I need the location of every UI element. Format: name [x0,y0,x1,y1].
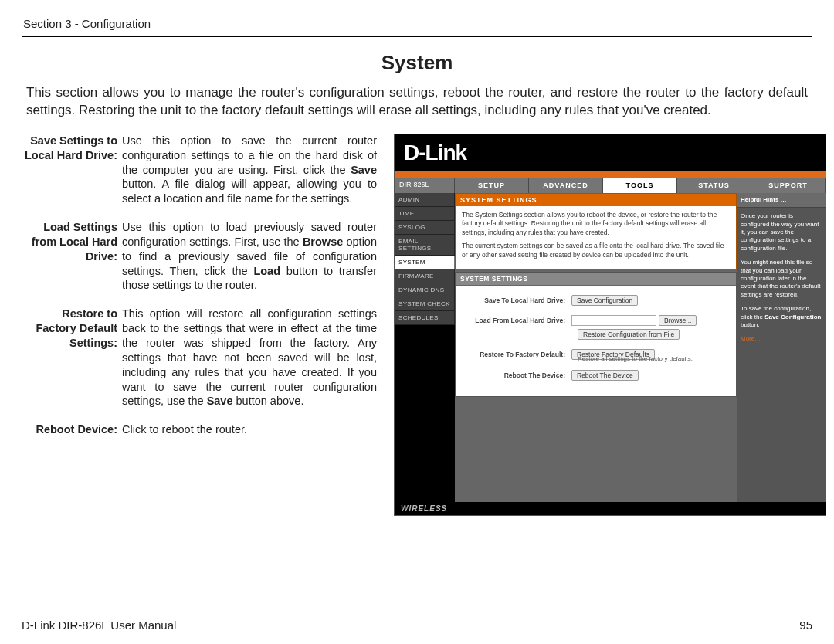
browse-button[interactable]: Browse... [659,315,697,326]
hint-p1: Once your router is configured the way y… [741,212,822,253]
file-path-input[interactable] [571,315,656,326]
wireless-footer: WIRELESS [395,502,826,515]
def-reboot-text: Click to reboot the router. [122,422,377,451]
tab-advanced[interactable]: ADVANCED [529,178,603,193]
side-system[interactable]: SYSTEM [395,256,455,269]
hints-title: Helpful Hints … [737,193,826,208]
content-row: Save Settings to Local Hard Drive: Use t… [22,134,812,516]
tab-status[interactable]: STATUS [677,178,751,193]
page-title: System [22,51,812,75]
footer-right: 95 [799,619,812,632]
restore-note: Restore all settings to the factory defa… [578,355,728,362]
save-to-local-label: Save To Local Hard Drive: [463,297,571,304]
definitions-column: Save Settings to Local Hard Drive: Use t… [22,134,377,516]
def-reboot-label: Reboot Device: [36,423,117,436]
def-save-label: Save Settings to Local Hard Drive: [25,134,117,161]
reboot-device-button[interactable]: Reboot The Device [571,370,639,381]
def-save-text: Use this option to save the current rout… [122,134,377,220]
page-footer: D-Link DIR-826L User Manual 95 [22,612,812,632]
reboot-device-label: Reboot The Device: [463,371,571,379]
def-load-text: Use this option to load previously saved… [122,220,377,307]
main-panel: SYSTEM SETTINGS The System Settings sect… [455,193,737,502]
side-ddns[interactable]: DYNAMIC DNS [395,283,455,297]
system-settings-desc1: The System Settings section allows you t… [462,211,730,237]
side-firmware[interactable]: FIRMWARE [395,269,455,283]
tab-tools[interactable]: TOOLS [603,178,677,193]
system-settings-desc2: The current system settings can be saved… [462,242,730,259]
product-id: DIR-826L [395,178,455,193]
side-syscheck[interactable]: SYSTEM CHECK [395,297,455,311]
router-body: ADMIN TIME SYSLOG EMAIL SETTINGS SYSTEM … [395,193,826,502]
def-restore-text: This option will restore all configurati… [122,307,377,422]
system-settings-intro-box: SYSTEM SETTINGS The System Settings sect… [455,193,737,269]
system-settings-form-box: SYSTEM SETTINGS Save To Local Hard Drive… [455,272,737,397]
side-nav: ADMIN TIME SYSLOG EMAIL SETTINGS SYSTEM … [395,193,455,502]
side-schedules[interactable]: SCHEDULES [395,311,455,325]
orange-strip [395,171,826,178]
restore-configuration-from-file-button[interactable]: Restore Configuration from File [578,329,680,340]
side-admin[interactable]: ADMIN [395,193,455,207]
section-header: Section 3 - Configuration [22,12,812,37]
hint-p3: To save the configuration, click the Sav… [741,305,822,329]
def-load-label: Load Settings from Local Hard Drive: [32,221,117,263]
side-time[interactable]: TIME [395,207,455,221]
tab-setup[interactable]: SETUP [455,178,529,193]
side-email[interactable]: EMAIL SETTINGS [395,235,455,256]
hint-p2: You might need this file so that you can… [741,259,822,299]
system-settings-form-title: SYSTEM SETTINGS [456,273,736,286]
dlink-banner: D-Link [395,134,826,171]
side-syslog[interactable]: SYSLOG [395,221,455,235]
load-from-local-label: Load From Local Hard Drive: [463,317,571,324]
save-configuration-button[interactable]: Save Configuration [571,295,638,306]
top-nav: DIR-826L SETUP ADVANCED TOOLS STATUS SUP… [395,178,826,193]
helpful-hints-panel: Helpful Hints … Once your router is conf… [737,193,826,502]
restore-to-factory-label: Restore To Factory Default: [463,351,571,358]
screenshot-column: D-Link DIR-826L SETUP ADVANCED TOOLS STA… [394,134,826,516]
system-settings-title: SYSTEM SETTINGS [456,194,736,206]
dlink-logo: D-Link [404,141,466,164]
intro-paragraph: This section allows you to manage the ro… [26,84,808,120]
router-ui-window: D-Link DIR-826L SETUP ADVANCED TOOLS STA… [394,134,826,516]
def-restore-label: Restore to Factory Default Settings: [36,307,117,349]
footer-left: D-Link DIR-826L User Manual [22,619,176,632]
hints-more-link[interactable]: More… [741,335,822,343]
tab-support[interactable]: SUPPORT [751,178,826,193]
